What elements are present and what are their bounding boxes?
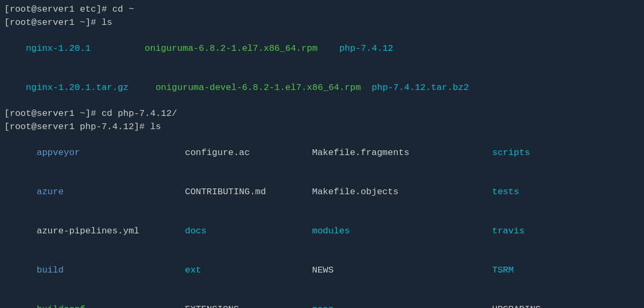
ls-output-line1: nginx-1.20.1 oniguruma-6.8.2-1.el7.x86_6… [4, 29, 640, 68]
ls-grid-output: appveyorconfigure.acMakefile.fragmentssc… [4, 133, 640, 308]
cmd-line-cd: [root@server1 ~]# cd php-7.4.12/ [4, 107, 640, 121]
ls-row-2: azureCONTRIBUTING.mdMakefile.objectstest… [4, 173, 640, 212]
ls-output-line2: nginx-1.20.1.tar.gz oniguruma-devel-6.8.… [4, 68, 640, 107]
cmd-line-1: [root@server1 etc]# cd ~ [4, 3, 640, 16]
cmd-line-2: [root@server1 ~]# ls [4, 16, 640, 30]
cmd-line-ls: [root@server1 php-7.4.12]# ls [4, 121, 640, 134]
ls-row-5: buildconfEXTENSIONSpearUPGRADING [4, 290, 640, 308]
terminal: [root@server1 etc]# cd ~ [root@server1 ~… [4, 3, 640, 308]
ls-row-3: azure-pipelines.ymldocsmodulestravis [4, 212, 640, 251]
ls-row-1: appveyorconfigure.acMakefile.fragmentssc… [4, 133, 640, 173]
ls-row-4: buildextNEWSTSRM [4, 251, 640, 290]
